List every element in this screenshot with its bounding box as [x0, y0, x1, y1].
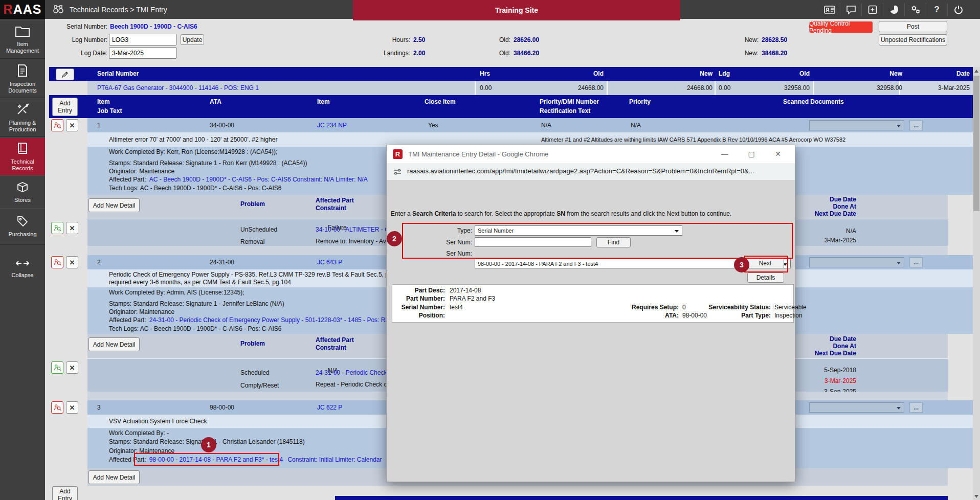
problem-header: Problem [240, 200, 265, 208]
part-ata-label: ATA: [546, 312, 679, 319]
requires-setup-label: Requires Setup: [546, 304, 679, 311]
delete-detail-button[interactable]: ✕ [66, 361, 78, 374]
person-search-icon-button[interactable] [51, 119, 63, 131]
part-desc-label: Part Desc: [392, 287, 445, 294]
aircraft-serial-link[interactable]: Beech 1900D - 1900D - C-AIS6 [110, 23, 197, 30]
hours-old-label: Old: [475, 36, 510, 43]
job-text-line-1: Periodic Check of Emergency Power Supply… [109, 271, 404, 278]
job-card-link[interactable]: JC 643 P [317, 259, 342, 266]
scanned-documents-more-button[interactable]: ... [909, 120, 923, 130]
add-new-detail-button[interactable]: Add New Detail [88, 470, 140, 484]
maximize-icon[interactable]: ▢ [745, 148, 758, 160]
close-icon[interactable]: ✕ [771, 148, 785, 160]
tech-logs-line: Tech Logs: AC - Beech 1900D - 1900D* - C… [109, 325, 282, 332]
pie-chart-icon[interactable] [883, 3, 904, 16]
sidebar-item-purchasing[interactable]: Purchasing [0, 208, 45, 245]
aircraft-new-ldg: 32958.00 [856, 84, 902, 92]
delete-detail-button[interactable]: ✕ [66, 222, 78, 234]
stamps-line: Stamps: Standard Release: Signature 1 - … [109, 300, 284, 307]
add-new-detail-button[interactable]: Add New Detail [88, 337, 140, 351]
delete-item-button[interactable]: ✕ [66, 256, 78, 268]
originator-line: Originator: Maintenance [109, 308, 174, 315]
work-completed-by: Work Completed By: - [109, 429, 169, 437]
close-item-value: Yes [428, 122, 438, 129]
person-search-icon-button[interactable] [51, 401, 63, 414]
scanned-documents-select[interactable] [809, 120, 904, 130]
scanned-documents-more-button[interactable]: ... [909, 402, 923, 413]
aircraft-date: 3-Mar-2025 [919, 84, 970, 92]
dialog-url-bar[interactable]: raasais.aviationintertec.com/app/tmi/tmi… [387, 163, 795, 180]
sidebar-item-collapse[interactable]: Collapse [0, 253, 45, 284]
sidebar-item-label: Planning & Production [2, 120, 43, 133]
update-button[interactable]: Update [181, 34, 204, 45]
sidebar-item-label: Technical Records [2, 158, 43, 172]
add-window-icon[interactable] [861, 3, 883, 16]
sidebar-item-stores[interactable]: Stores [0, 175, 45, 209]
sidebar-item-planning-production[interactable]: Planning & Production [0, 99, 45, 137]
instruction-text: to search for. Select the appropriate [456, 210, 556, 217]
scanned-documents-more-button[interactable]: ... [909, 257, 923, 267]
scroll-up-arrow[interactable] [973, 67, 980, 75]
scrollbar-thumb[interactable] [973, 76, 979, 211]
sidebar-item-item-management[interactable]: Item Management [0, 20, 45, 59]
job-card-link[interactable]: JC 234 NP [317, 122, 347, 129]
col-priority-dmi: Priority/DMI Number [540, 98, 599, 105]
raas-app: RAAS Technical Records > TMI Entry ? Tra… [0, 0, 980, 500]
col-date: Date [929, 70, 970, 77]
tools-icon [16, 103, 29, 118]
hours-old-value: 28626.00 [514, 36, 539, 43]
constraint-header: Constraint [316, 204, 346, 212]
chat-icon[interactable] [840, 3, 861, 16]
details-button[interactable]: Details [747, 272, 784, 283]
unposted-rectifications-button[interactable]: Unposted Rectifications [879, 34, 947, 46]
dialog-instruction: Enter a Search Criteria to search for. S… [391, 210, 769, 217]
inspection-document-icon [16, 64, 29, 79]
delete-item-button[interactable]: ✕ [66, 119, 78, 131]
sidebar-item-inspection-documents[interactable]: Inspection Documents [0, 60, 45, 98]
minimize-icon[interactable]: — [718, 148, 731, 160]
col-serial-number: Serial Number [97, 70, 139, 77]
col-rectification-text: Rectification Text [540, 107, 590, 115]
landings-value: 2.00 [413, 50, 425, 57]
dialog-title-bar[interactable]: R TMI Maintenance Entry Detail - Google … [387, 145, 795, 163]
sidebar-item-technical-records[interactable]: Technical Records [0, 138, 45, 176]
breadcrumb[interactable]: Technical Records > TMI Entry [70, 0, 167, 19]
scanned-documents-select[interactable] [809, 257, 904, 267]
frame-bottom-bar [335, 496, 948, 500]
scanned-documents-select[interactable] [809, 402, 904, 413]
next-due-date-header: Next Due Date [795, 350, 856, 357]
work-completed-by: Work Completed By: Admin, AIS (License:1… [109, 289, 244, 296]
add-new-detail-button[interactable]: Add New Detail [88, 198, 140, 212]
affected-part-link[interactable]: 24-31-00 - Periodic Check of Emergency P… [149, 316, 396, 324]
id-badge-icon[interactable] [819, 3, 840, 16]
edit-pencil-button[interactable] [56, 69, 74, 80]
person-search-icon-button[interactable] [51, 256, 63, 268]
power-icon[interactable] [947, 3, 969, 16]
person-search-icon-button[interactable] [51, 361, 63, 374]
vertical-scrollbar[interactable] [973, 67, 980, 500]
settings-gears-icon[interactable] [904, 3, 926, 16]
delete-item-button[interactable]: ✕ [66, 401, 78, 414]
detail-affected-link[interactable]: 34-10-00 - ALTIMETER - C [316, 226, 389, 233]
add-entry-button-bottom[interactable]: Add Entry [52, 486, 78, 500]
sidebar: Item Management Inspection Documents Pla… [0, 19, 45, 500]
affected-part-link[interactable]: AC - Beech 1900D - 1900D* - C-AIS6 - Pos… [149, 176, 368, 183]
raas-logo[interactable]: RAAS [0, 0, 45, 19]
annotation-step-3: 3 [734, 257, 749, 272]
job-text: Altimeter error 70' at 7000' and 100 - 1… [109, 136, 277, 143]
add-entry-button-top[interactable]: Add Entry [52, 98, 78, 116]
search-criteria-highlight-box [402, 223, 793, 259]
aircraft-row: PT6A-67 Gas Generator - 3044900 - 114146… [87, 81, 973, 95]
person-search-icon-button[interactable] [51, 222, 63, 234]
detail-action: Comply/Reset [240, 382, 279, 389]
scroll-down-arrow[interactable] [973, 492, 980, 500]
help-icon[interactable]: ? [926, 3, 947, 16]
detail-affected-link[interactable]: 24-31-00 - Periodic Check [316, 369, 387, 376]
job-card-link[interactable]: JC 622 P [317, 404, 342, 411]
item-number: 1 [97, 122, 101, 129]
log-date-input[interactable] [109, 47, 176, 59]
post-button[interactable]: Post [879, 21, 947, 32]
engine-serial-link[interactable]: PT6A-67 Gas Generator - 3044900 - 114146… [97, 84, 259, 92]
collapse-icon [16, 258, 29, 270]
log-number-input[interactable] [109, 34, 176, 46]
